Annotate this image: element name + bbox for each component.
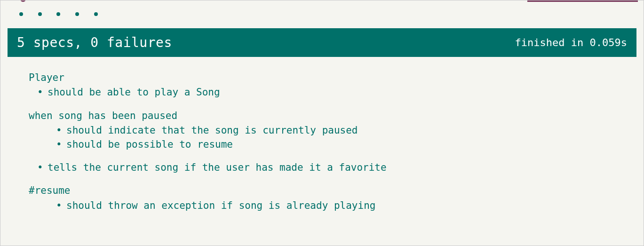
summary-bar: 5 specs, 0 failures finished in 0.059s <box>8 28 636 57</box>
spec-item[interactable]: should indicate that the song is current… <box>29 124 636 137</box>
spec-dot <box>38 12 42 16</box>
finished-text: finished in 0.059s <box>515 37 627 48</box>
sub-suite-title[interactable]: #resume <box>29 184 636 198</box>
suite: Player should be able to play a Song whe… <box>29 71 636 213</box>
sub-suite: when song has been paused should indicat… <box>29 109 636 151</box>
sub-suite-title[interactable]: when song has been paused <box>29 109 636 123</box>
spec-dot <box>19 12 23 16</box>
spec-item[interactable]: tells the current song if the user has m… <box>29 161 636 175</box>
spec-dot <box>94 12 98 16</box>
spec-item[interactable]: should be able to play a Song <box>29 86 636 99</box>
spec-progress-dots <box>0 0 644 28</box>
results-tree: Player should be able to play a Song whe… <box>0 57 644 220</box>
sub-suite: #resume should throw an exception if son… <box>29 184 636 213</box>
decorative-border <box>527 0 638 2</box>
spec-item[interactable]: should be possible to resume <box>29 138 636 151</box>
spec-dot <box>75 12 79 16</box>
suite-title[interactable]: Player <box>29 71 636 85</box>
summary-text[interactable]: 5 specs, 0 failures <box>17 35 172 50</box>
spec-item[interactable]: should throw an exception if song is alr… <box>29 199 636 213</box>
spec-dot <box>56 12 60 16</box>
